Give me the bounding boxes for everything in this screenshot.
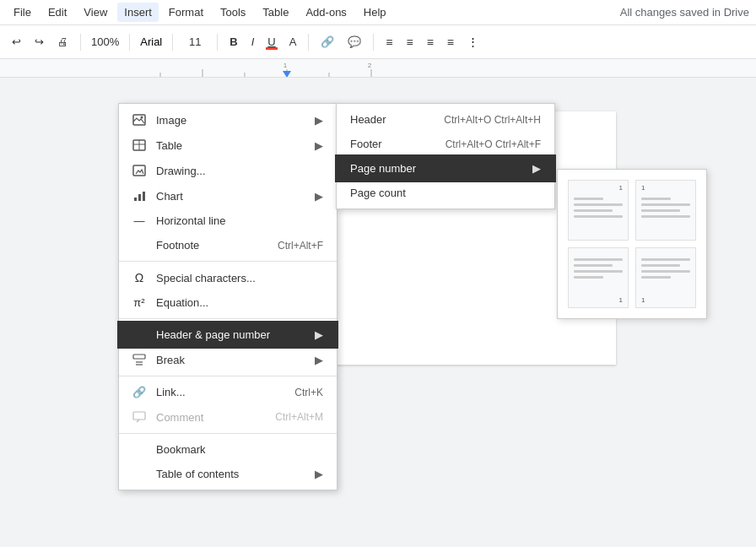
menu-item-table[interactable]: Table ▶ xyxy=(119,133,337,158)
menu-addons[interactable]: Add-ons xyxy=(299,3,353,22)
align-center-button[interactable]: ≡ xyxy=(402,32,418,52)
menu-edit[interactable]: Edit xyxy=(41,3,73,22)
page-num-tr: 1 xyxy=(619,184,623,192)
page-num-br: 1 xyxy=(619,296,623,304)
font-name[interactable]: Arial xyxy=(137,34,165,50)
footnote-label: Footnote xyxy=(156,239,264,252)
print-button[interactable]: 🖨 xyxy=(52,32,73,51)
break-arrow: ▶ xyxy=(315,354,323,366)
svg-rect-17 xyxy=(143,192,145,201)
pi-icon: π² xyxy=(129,296,149,309)
zoom-level[interactable]: 100% xyxy=(88,34,122,50)
menu-item-drawing[interactable]: Drawing... xyxy=(119,158,337,183)
image-label: Image xyxy=(156,114,308,127)
italic-button[interactable]: I xyxy=(246,32,260,51)
preview-line-3 xyxy=(574,209,613,212)
chart-icon xyxy=(129,189,149,203)
preview-line-11 xyxy=(574,270,623,273)
menu-item-comment: Comment Ctrl+Alt+M xyxy=(119,404,337,430)
page-number-bottom-right[interactable]: 1 xyxy=(568,247,629,308)
header-page-submenu: Header Ctrl+Alt+O Ctrl+Alt+H Footer Ctrl… xyxy=(336,103,555,209)
menu-item-chart[interactable]: Chart ▶ xyxy=(119,183,337,209)
toolbar-separator-5 xyxy=(308,34,309,51)
svg-rect-18 xyxy=(133,355,145,359)
menu-item-bookmark[interactable]: Bookmark xyxy=(119,437,337,462)
comment-icon xyxy=(129,410,149,424)
save-status: All changes saved in Drive xyxy=(620,6,749,19)
table-label: Table xyxy=(156,139,308,152)
comment-button[interactable]: 💬 xyxy=(343,32,366,51)
font-color-button[interactable]: A xyxy=(284,32,302,51)
page-number-bottom-left[interactable]: 1 xyxy=(635,247,696,308)
chart-arrow: ▶ xyxy=(315,190,323,203)
font-size[interactable]: 11 xyxy=(180,34,210,50)
bold-button[interactable]: B xyxy=(224,32,242,51)
header-page-label: Header & page number xyxy=(156,328,308,341)
menu-table[interactable]: Table xyxy=(256,3,295,22)
preview-line-12 xyxy=(574,276,603,279)
menu-item-break[interactable]: Break ▶ xyxy=(119,347,337,372)
menu-item-special-chars[interactable]: Ω Special characters... xyxy=(119,265,337,290)
menu-help[interactable]: Help xyxy=(357,3,393,22)
page-num-bl: 1 xyxy=(641,296,645,304)
menu-file[interactable]: File xyxy=(7,3,38,22)
insert-menu: Image ▶ Table ▶ Drawing... Chart ▶ xyxy=(118,103,338,490)
header-page-arrow: ▶ xyxy=(315,328,323,341)
toolbar-separator-2 xyxy=(129,34,130,51)
page-num-tl: 1 xyxy=(641,184,645,192)
page-number-top-right[interactable]: 1 xyxy=(568,180,629,241)
menu-item-hline[interactable]: — Horizontal line xyxy=(119,209,337,233)
preview-line-2 xyxy=(574,203,623,206)
svg-point-10 xyxy=(141,116,143,119)
special-chars-label: Special characters... xyxy=(156,272,323,284)
svg-rect-21 xyxy=(133,412,145,420)
svg-marker-8 xyxy=(283,71,291,77)
line-spacing-button[interactable]: ⋮ xyxy=(462,34,483,50)
menu-tools[interactable]: Tools xyxy=(213,3,252,22)
menu-item-link[interactable]: 🔗 Link... Ctrl+K xyxy=(119,380,337,404)
image-icon xyxy=(129,113,149,127)
comment-shortcut: Ctrl+Alt+M xyxy=(275,411,323,423)
redo-button[interactable]: ↪ xyxy=(30,32,49,51)
align-justify-button[interactable]: ≡ xyxy=(442,32,459,52)
submenu-page-number[interactable]: Page number ▶ xyxy=(337,156,554,181)
page-number-label: Page number xyxy=(350,162,526,175)
menu-bar: File Edit View Insert Format Tools Table… xyxy=(0,0,756,25)
preview-line-13 xyxy=(641,258,690,261)
menu-item-image[interactable]: Image ▶ xyxy=(119,107,337,133)
page-count-label: Page count xyxy=(350,187,541,199)
menu-item-equation[interactable]: π² Equation... xyxy=(119,290,337,315)
preview-line-5 xyxy=(641,198,671,200)
link-shortcut: Ctrl+K xyxy=(294,387,323,398)
menu-item-header-page[interactable]: Header & page number ▶ xyxy=(119,322,337,347)
omega-icon: Ω xyxy=(129,271,149,284)
toc-arrow: ▶ xyxy=(315,468,323,480)
menu-item-toc[interactable]: Table of contents ▶ xyxy=(119,462,337,486)
underline-button[interactable]: U xyxy=(262,32,280,51)
bookmark-label: Bookmark xyxy=(156,443,323,456)
page-number-top-left[interactable]: 1 xyxy=(635,180,696,241)
submenu-page-count[interactable]: Page count xyxy=(337,181,554,205)
link-button[interactable]: 🔗 xyxy=(316,32,339,51)
align-right-button[interactable]: ≡ xyxy=(422,32,439,52)
link-label: Link... xyxy=(156,386,281,398)
preview-line-6 xyxy=(641,203,690,206)
page-number-previews: 1 1 1 1 xyxy=(557,169,707,319)
menu-view[interactable]: View xyxy=(77,3,114,22)
hline-label: Horizontal line xyxy=(156,214,323,227)
comment-label: Comment xyxy=(156,411,262,424)
undo-button[interactable]: ↩ xyxy=(7,32,26,51)
preview-line-16 xyxy=(641,276,671,279)
menu-item-footnote[interactable]: Footnote Ctrl+Alt+F xyxy=(119,233,337,257)
link-icon: 🔗 xyxy=(129,386,149,398)
table-icon xyxy=(129,138,149,152)
preview-line-15 xyxy=(641,270,690,273)
submenu-footer[interactable]: Footer Ctrl+Alt+O Ctrl+Alt+F xyxy=(337,132,554,156)
align-left-button[interactable]: ≡ xyxy=(381,32,397,52)
menu-insert[interactable]: Insert xyxy=(117,3,159,22)
preview-line-4 xyxy=(574,215,623,218)
divider-3 xyxy=(119,376,337,376)
chart-label: Chart xyxy=(156,190,308,203)
menu-format[interactable]: Format xyxy=(162,3,210,22)
submenu-header[interactable]: Header Ctrl+Alt+O Ctrl+Alt+H xyxy=(337,107,554,132)
